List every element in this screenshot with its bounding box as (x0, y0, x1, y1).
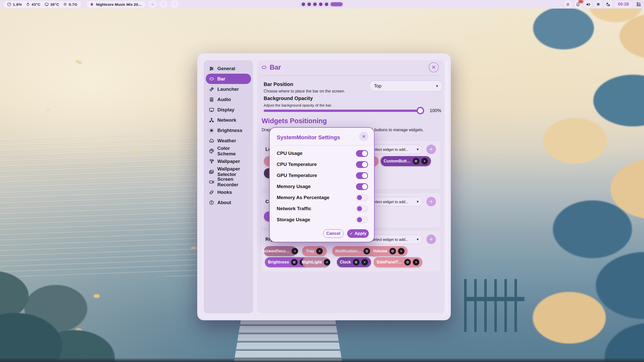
cancel-button[interactable]: Cancel (323, 229, 344, 238)
gear-icon[interactable]: ⚙ (353, 259, 359, 265)
memory-usage-toggle[interactable] (356, 183, 368, 190)
add-widget-button[interactable]: + (426, 235, 436, 244)
workspace-dot[interactable] (325, 3, 328, 6)
clock[interactable]: 00:28 (615, 1, 632, 8)
workspace-dot-active[interactable] (331, 2, 343, 6)
center-widgets-add-select[interactable]: Select widget to add... ▾ (368, 197, 422, 206)
workspace-dot[interactable] (307, 3, 311, 6)
sidebar-item-network[interactable]: Network (206, 115, 251, 125)
page-title: Bar (270, 64, 281, 71)
workspace-dot[interactable] (313, 3, 317, 6)
heart-icon[interactable]: ♡ (171, 1, 178, 8)
bar-position-select[interactable]: Top ▾ (369, 80, 443, 92)
media-player-pill[interactable]: Nightcore Music Mix 20… (87, 1, 145, 8)
close-icon[interactable]: × (398, 248, 405, 254)
widget-chip-tray[interactable]: Tray × (302, 246, 327, 256)
close-icon[interactable]: × (361, 259, 368, 265)
close-icon[interactable]: × (324, 259, 330, 265)
background-opacity-description: Adjust the background opacity of the bar… (264, 103, 332, 107)
modal-title: SystemMonitor Settings (277, 134, 340, 141)
cpu-temp-stat: 43°C (26, 2, 41, 7)
sun-icon (209, 128, 214, 133)
sidebar-item-label: Wallpaper (217, 159, 240, 164)
night-light-off-icon[interactable] (605, 1, 612, 8)
cpu-temperature-toggle[interactable] (356, 161, 368, 168)
brightness-icon[interactable] (594, 1, 602, 8)
sidebar-item-brightness[interactable]: Brightness (206, 125, 251, 135)
workspace-dot[interactable] (319, 3, 323, 6)
sidebar-item-weather[interactable]: Weather (206, 135, 251, 146)
sidebar-item-launcher[interactable]: Launcher (206, 84, 251, 94)
settings-sidebar: General Bar Launcher Audio Display Netwo… (204, 60, 253, 313)
palette-icon (209, 148, 214, 154)
widget-chip-sidepanel[interactable]: SidePanelT… ⚙ × (374, 257, 422, 267)
chip-label: CustomButt… (384, 159, 411, 163)
background-opacity-label: Background Opacity (264, 96, 313, 101)
workspace-dot[interactable] (302, 3, 305, 6)
sidebar-item-label: Display (217, 107, 234, 113)
skull-icon[interactable]: ☠ (149, 1, 156, 8)
toggle-row-cpu-usage: CPU Usage (277, 149, 368, 157)
volume-icon[interactable] (584, 1, 592, 8)
gear-icon[interactable]: ⚙ (413, 158, 419, 164)
sidebar-item-about[interactable]: About (206, 197, 251, 208)
gear-icon[interactable]: ⚙ (364, 248, 370, 254)
workspace-indicator[interactable] (300, 1, 344, 7)
gear-icon[interactable]: ⚙ (291, 259, 298, 265)
widget-chip-nightlight[interactable]: NightLight × (302, 257, 330, 267)
cpu-usage-toggle[interactable] (356, 150, 368, 157)
widget-chip-clock[interactable]: Clock ⚙ × (337, 257, 371, 267)
memory-as-percentage-toggle[interactable] (356, 194, 368, 201)
chip-label: Tray (306, 249, 314, 253)
widget-chip-screenrecorder[interactable]: ScreenReco… × (264, 246, 297, 256)
chevron-down-icon: ▾ (436, 84, 438, 88)
sidebar-item-audio[interactable]: Audio (206, 94, 251, 105)
slider-thumb[interactable] (417, 107, 424, 114)
sidebar-item-display[interactable]: Display (206, 105, 251, 115)
notifications-bell-icon[interactable]: 10 (574, 1, 582, 8)
close-icon[interactable]: ✕ (359, 132, 369, 141)
sidebar-item-bar[interactable]: Bar (206, 74, 251, 84)
scrollbar[interactable] (445, 60, 448, 313)
heart-icon[interactable]: ♡ (160, 1, 167, 8)
add-widget-button[interactable]: + (426, 145, 436, 154)
sidebar-item-screen-recorder[interactable]: Screen Recorder (206, 177, 251, 187)
panel-header: Bar ✕ (257, 60, 444, 74)
apply-button[interactable]: ✓ Apply (347, 229, 369, 238)
left-widgets-add-select[interactable]: Select widget to add... ▾ (368, 145, 422, 154)
network-traffic-toggle[interactable] (356, 205, 368, 212)
sidebar-item-hooks[interactable]: Hooks (206, 187, 251, 197)
gear-icon[interactable]: ⚙ (389, 248, 396, 254)
close-icon[interactable]: ✕ (429, 62, 439, 72)
wallpaper-ground (0, 358, 644, 362)
system-stats-pill[interactable]: 1.8% 43°C 38°C 9.7G (4, 1, 81, 8)
gear-icon[interactable]: ⚙ (404, 259, 411, 265)
toggle-label: CPU Temperature (277, 162, 317, 167)
widget-chip-volume[interactable]: Volume ⚙ × (370, 246, 408, 256)
cpu-temp-value: 43°C (31, 2, 41, 7)
sidebar-item-general[interactable]: General (206, 63, 251, 74)
dashboard-icon[interactable] (635, 1, 642, 8)
sidebar-item-color-scheme[interactable]: Color Scheme (206, 146, 251, 156)
sidebar-item-wallpaper[interactable]: Wallpaper (206, 156, 251, 166)
pet-widget-icon[interactable] (564, 1, 572, 8)
sidebar-item-label: Color Scheme (217, 146, 248, 157)
systemmonitor-settings-modal: SystemMonitor Settings ✕ CPU Usage CPU T… (269, 127, 375, 242)
bar-position-description: Choose where to place the bar on the scr… (264, 89, 345, 94)
memory-stat: 9.7G (63, 2, 77, 7)
sidebar-item-wallpaper-selector[interactable]: Wallpaper Selector (206, 166, 251, 177)
close-icon[interactable]: × (292, 248, 298, 254)
cloud-icon (209, 138, 214, 144)
background-opacity-slider[interactable] (264, 110, 424, 112)
gpu-temperature-toggle[interactable] (356, 172, 368, 179)
close-icon[interactable]: × (413, 259, 419, 265)
right-widgets-add-select[interactable]: Select widget to add... ▾ (368, 235, 422, 244)
add-widget-placeholder: Select widget to add... (371, 200, 409, 204)
close-icon[interactable]: × (316, 248, 323, 254)
close-icon[interactable]: × (421, 158, 428, 164)
video-camera-icon (209, 179, 214, 185)
storage-usage-toggle[interactable] (356, 216, 368, 223)
widget-chip-custombutton[interactable]: CustomButt… ⚙ × (381, 156, 431, 166)
slider-fill (264, 110, 418, 112)
add-widget-button[interactable]: + (426, 197, 436, 206)
